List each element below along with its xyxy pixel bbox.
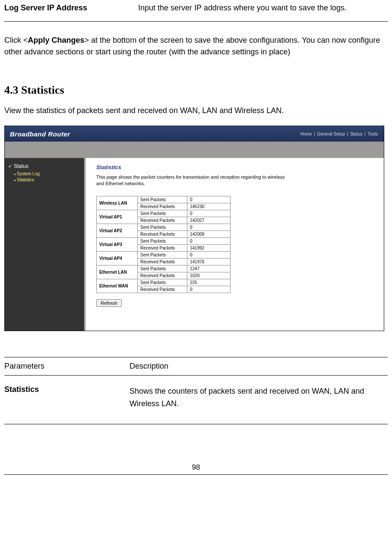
sent-value: 0 — [187, 196, 231, 203]
sidebar-item-statistics[interactable]: Statistics — [14, 177, 82, 183]
metric-sent-label: Sent Packets — [138, 237, 187, 244]
content-desc: This page shows the packet counters for … — [96, 174, 286, 187]
recv-value: 145230 — [187, 203, 231, 210]
sent-value: 0 — [187, 237, 231, 244]
metric-recv-label: Received Packets — [138, 244, 187, 251]
nav-tools[interactable]: Tools — [368, 132, 378, 136]
metric-recv-label: Received Packets — [138, 217, 187, 224]
check-icon: ✔ — [8, 164, 12, 169]
stats-table: Wireless LANSent Packets0Received Packet… — [96, 196, 231, 293]
recv-value: 141976 — [187, 258, 231, 265]
section-heading: 4.3 Statistics — [4, 84, 388, 97]
iface-cell: Ethernet WAN — [97, 279, 138, 293]
router-sidebar: ✔ Status System Log Statistics — [5, 158, 86, 331]
metric-recv-label: Received Packets — [138, 203, 187, 210]
param-name: Log Server IP Address — [4, 3, 138, 13]
metric-sent-label: Sent Packets — [138, 251, 187, 258]
sent-value: 1247 — [187, 265, 231, 272]
content-title: Statistics — [96, 164, 373, 171]
metric-sent-label: Sent Packets — [138, 265, 187, 272]
router-greybar — [5, 142, 384, 158]
sent-value: 0 — [187, 224, 231, 231]
params-header-description: Description — [130, 362, 388, 371]
page-number: 98 — [4, 463, 388, 475]
recv-value: 142009 — [187, 231, 231, 237]
recv-value: 142027 — [187, 217, 231, 224]
metric-recv-label: Received Packets — [138, 286, 187, 293]
recv-value: 0 — [187, 286, 231, 293]
metric-recv-label: Received Packets — [138, 258, 187, 265]
sidebar-status[interactable]: ✔ Status — [8, 163, 82, 169]
sent-value: 0 — [187, 210, 231, 217]
router-brand: Broadband Router — [10, 130, 70, 138]
section-intro: View the statistics of packets sent and … — [4, 106, 388, 115]
params-row-statistics: Statistics Shows the counters of packets… — [4, 376, 388, 424]
sent-value: 0 — [187, 251, 231, 258]
iface-cell: Wireless LAN — [97, 196, 138, 210]
sent-value: 225 — [187, 279, 231, 286]
param-desc: Input the server IP address where you wa… — [138, 3, 388, 13]
metric-sent-label: Sent Packets — [138, 279, 187, 286]
metric-recv-label: Received Packets — [138, 272, 187, 279]
iface-cell: Virtual AP4 — [97, 251, 138, 265]
metric-sent-label: Sent Packets — [138, 210, 187, 217]
metric-sent-label: Sent Packets — [138, 224, 187, 231]
router-content: Statistics This page shows the packet co… — [86, 158, 384, 331]
metric-sent-label: Sent Packets — [138, 196, 187, 203]
iface-cell: Ethernet LAN — [97, 265, 138, 279]
params-row-desc: Shows the counters of packets sent and r… — [130, 385, 388, 410]
sidebar-divider — [84, 158, 86, 331]
params-header: Parameters Description — [4, 357, 388, 376]
iface-cell: Virtual AP3 — [97, 237, 138, 251]
iface-cell: Virtual AP2 — [97, 224, 138, 237]
iface-cell: Virtual AP1 — [97, 210, 138, 224]
router-screenshot: Broadband Router Home | General Setup | … — [4, 126, 384, 331]
sidebar-item-system-log[interactable]: System Log — [14, 171, 82, 177]
refresh-button[interactable]: Refresh — [96, 299, 122, 307]
router-header: Broadband Router Home | General Setup | … — [5, 126, 384, 142]
metric-recv-label: Received Packets — [138, 231, 187, 237]
nav-home[interactable]: Home — [300, 132, 312, 136]
params-row-name: Statistics — [4, 385, 130, 410]
top-param-row: Log Server IP Address Input the server I… — [4, 0, 388, 22]
params-header-parameters: Parameters — [4, 362, 130, 371]
parameters-table: Parameters Description Statistics Shows … — [4, 357, 388, 424]
apply-changes-label: Apply Changes — [28, 36, 85, 44]
apply-changes-text: Click <Apply Changes> at the bottom of t… — [4, 35, 388, 58]
nav-status[interactable]: Status — [350, 132, 362, 136]
recv-value: 1028 — [187, 272, 231, 279]
router-topnav: Home | General Setup | Status | Tools — [300, 132, 379, 136]
recv-value: 141992 — [187, 244, 231, 251]
nav-general-setup[interactable]: General Setup — [317, 132, 345, 136]
